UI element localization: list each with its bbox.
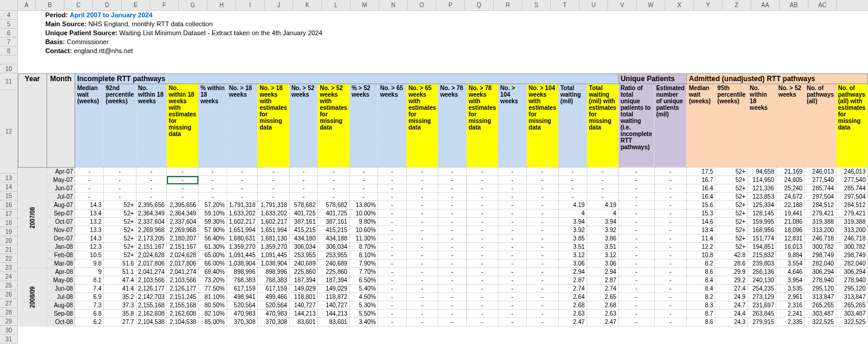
data-cell[interactable]: - — [498, 310, 527, 318]
data-cell[interactable]: 3.12 — [558, 251, 587, 260]
data-cell[interactable]: - — [618, 218, 654, 226]
data-cell[interactable]: - — [654, 285, 687, 293]
data-cell[interactable]: - — [618, 193, 654, 201]
data-cell[interactable]: - — [407, 176, 438, 184]
row-header-29[interactable]: 29 — [0, 317, 17, 326]
col-header-J[interactable]: J — [265, 0, 293, 10]
data-cell[interactable]: - — [466, 184, 498, 193]
row-header-21[interactable]: 21 — [0, 245, 17, 254]
unique-header[interactable]: Unique Patients — [618, 74, 687, 84]
data-cell[interactable]: 6.9 — [75, 293, 104, 301]
data-cell[interactable]: 2,041,274 — [167, 268, 199, 276]
data-cell[interactable]: - — [407, 226, 438, 235]
data-cell[interactable]: 303,487 — [805, 310, 836, 318]
data-cell[interactable]: 2.47 — [587, 318, 618, 326]
data-cell[interactable]: - — [136, 168, 167, 176]
data-cell[interactable]: 3.92 — [558, 226, 587, 235]
data-cell[interactable]: 298,749 — [836, 251, 867, 260]
data-cell[interactable]: 118,801 — [289, 293, 318, 301]
data-cell[interactable]: - — [438, 301, 467, 310]
data-cell[interactable]: 28.6 — [715, 260, 748, 268]
data-cell[interactable]: 2,103,566 — [167, 276, 199, 285]
col-header-R[interactable]: R — [494, 0, 522, 10]
sub-header[interactable]: No. > 104 weeks with estimates for missi… — [526, 84, 558, 168]
data-cell[interactable]: - — [526, 209, 558, 218]
data-cell[interactable]: 303,487 — [836, 310, 867, 318]
data-cell[interactable]: 52+ — [104, 209, 136, 218]
data-cell[interactable]: 8.7 — [687, 310, 715, 318]
data-cell[interactable]: 14.6 — [687, 218, 715, 226]
data-cell[interactable]: - — [438, 276, 467, 285]
data-cell[interactable]: 370,308 — [227, 318, 258, 326]
data-cell[interactable]: 3.85 — [558, 235, 587, 243]
data-cell[interactable]: - — [378, 176, 407, 184]
data-cell[interactable]: - — [378, 276, 407, 285]
row-header-19[interactable]: 19 — [0, 227, 17, 236]
data-cell[interactable]: - — [618, 235, 654, 243]
data-cell[interactable]: - — [526, 301, 558, 310]
data-cell[interactable]: 306,294 — [805, 268, 836, 276]
data-cell[interactable]: 246,718 — [836, 235, 867, 243]
sub-header[interactable]: No. within 18 weeks with estimates for m… — [167, 84, 199, 168]
data-cell[interactable]: 768,383 — [258, 276, 289, 285]
data-cell[interactable]: - — [526, 176, 558, 184]
data-cell[interactable]: 9,884 — [776, 251, 805, 260]
data-cell[interactable]: - — [466, 310, 498, 318]
data-cell[interactable]: - — [407, 285, 438, 293]
data-cell[interactable]: - — [618, 243, 654, 251]
data-cell[interactable]: 298,749 — [805, 251, 836, 260]
row-header-22[interactable]: 22 — [0, 254, 17, 263]
data-cell[interactable]: 35.2 — [104, 293, 136, 301]
col-header-S[interactable]: S — [522, 0, 551, 10]
row-header-26[interactable]: 26 — [0, 290, 17, 299]
data-cell[interactable]: - — [258, 193, 289, 201]
data-cell[interactable]: 24,672 — [776, 193, 805, 201]
data-cell[interactable]: - — [227, 168, 258, 176]
data-cell[interactable]: - — [378, 251, 407, 260]
data-cell[interactable]: 2,155,168 — [167, 301, 199, 310]
sub-header[interactable]: No. > 65 weeks — [378, 84, 407, 168]
data-cell[interactable]: - — [498, 209, 527, 218]
row-header-13[interactable]: 13 — [0, 174, 17, 183]
col-header-I[interactable]: I — [236, 0, 265, 10]
month-cell[interactable]: Sep-08 — [46, 310, 75, 318]
data-cell[interactable]: - — [378, 268, 407, 276]
data-cell[interactable]: 225,860 — [318, 268, 349, 276]
data-cell[interactable]: 387,161 — [289, 218, 318, 226]
data-cell[interactable]: 24.3 — [715, 318, 748, 326]
data-cell[interactable]: 295,120 — [805, 285, 836, 293]
data-cell[interactable]: - — [618, 310, 654, 318]
month-cell[interactable]: Feb-08 — [46, 251, 75, 260]
data-cell[interactable]: 300,782 — [836, 243, 867, 251]
data-cell[interactable]: - — [378, 201, 407, 209]
data-cell[interactable]: - — [654, 310, 687, 318]
data-cell[interactable]: 215,832 — [748, 251, 776, 260]
sub-header[interactable]: No. of pathways (all) — [805, 84, 836, 168]
data-cell[interactable]: 256,136 — [748, 268, 776, 276]
data-cell[interactable]: 284,512 — [836, 201, 867, 209]
data-cell[interactable]: 5.30% — [349, 301, 378, 310]
data-cell[interactable]: - — [75, 176, 104, 184]
col-header-Y[interactable]: Y — [694, 0, 723, 10]
data-cell[interactable]: 1,633,202 — [258, 209, 289, 218]
data-cell[interactable]: - — [618, 176, 654, 184]
data-cell[interactable]: 29.2 — [715, 276, 748, 285]
data-cell[interactable]: 768,383 — [227, 276, 258, 285]
data-cell[interactable]: - — [618, 301, 654, 310]
data-cell[interactable]: 52+ — [715, 209, 748, 218]
month-cell[interactable]: Aug-08 — [46, 301, 75, 310]
data-cell[interactable]: 81.10% — [199, 293, 227, 301]
data-cell[interactable]: 2,103,566 — [136, 276, 167, 285]
data-cell[interactable]: - — [438, 193, 467, 201]
data-cell[interactable]: - — [378, 260, 407, 268]
data-cell[interactable]: - — [466, 193, 498, 201]
data-cell[interactable]: - — [75, 184, 104, 193]
month-cell[interactable]: Dec-07 — [46, 235, 75, 243]
data-cell[interactable]: - — [136, 184, 167, 193]
data-cell[interactable]: 35.8 — [104, 310, 136, 318]
data-cell[interactable]: 3.51 — [558, 243, 587, 251]
data-cell[interactable]: 47.4 — [104, 276, 136, 285]
data-cell[interactable]: 2,961 — [776, 293, 805, 301]
data-cell[interactable]: 8.2 — [687, 293, 715, 301]
data-cell[interactable]: 898,996 — [258, 268, 289, 276]
